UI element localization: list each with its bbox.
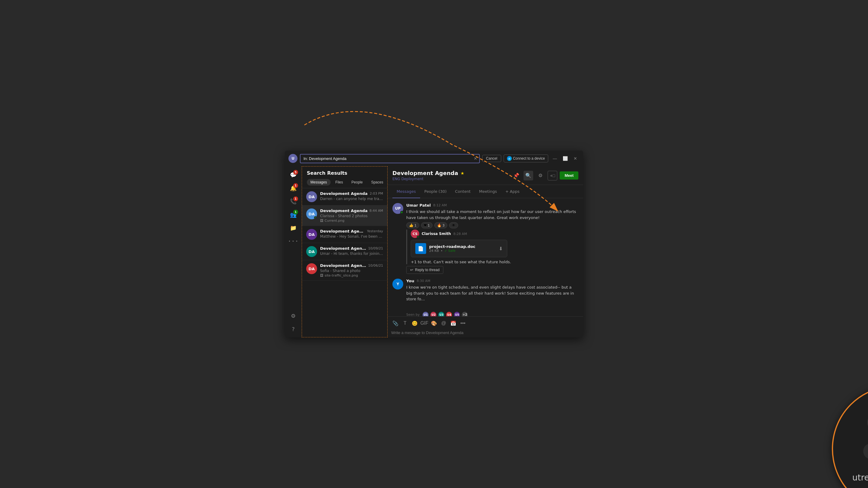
reply-to-thread-label: Reply to thread xyxy=(415,268,439,272)
list-item[interactable]: DA Development Agenda 10/06/21 Sofia - S… xyxy=(302,260,387,281)
cancel-button[interactable]: Cancel xyxy=(482,155,501,162)
filter-tab-spaces[interactable]: Spaces xyxy=(367,179,387,186)
reply-icon: ↩ xyxy=(410,268,413,272)
apps-label: Apps xyxy=(510,189,520,194)
list-item[interactable]: DA Development Agenda 8:44 AM Clarissa -… xyxy=(302,205,387,226)
close-button[interactable]: ✕ xyxy=(571,154,580,163)
sidebar-icons: 💬 5 🔔 1 📞 1 👥 1 📁 xyxy=(285,166,302,337)
zoom-pin-button[interactable] xyxy=(863,444,868,459)
sidebar-item-settings[interactable]: ⚙ xyxy=(287,310,299,322)
more-options-button[interactable]: ••• xyxy=(459,319,467,327)
connect-device-label: Connect to a device xyxy=(513,156,545,161)
filter-tab-messages[interactable]: Messages xyxy=(307,179,331,186)
result-name: Development Agenda xyxy=(320,229,365,233)
search-input[interactable] xyxy=(300,154,480,163)
title-bar-actions: Cancel e Connect to a device — ⬜ ✕ xyxy=(482,154,580,163)
plus-icon: + xyxy=(505,189,509,194)
sidebar-item-chat[interactable]: 💬 5 xyxy=(287,169,299,181)
meet-button[interactable]: Meet xyxy=(560,171,578,180)
text-format-button[interactable]: T xyxy=(401,319,409,327)
message-time: 8:12 AM xyxy=(433,203,447,207)
search-results-panel: Search Results Messages Files People Spa… xyxy=(302,166,388,337)
reply-sender-name: Clarissa Smith xyxy=(422,232,451,236)
reaction-heart[interactable]: ❤️ 1 xyxy=(421,222,433,228)
chat-subtitle[interactable]: ENG Deployment xyxy=(393,177,512,181)
sidebar-item-help[interactable]: ? xyxy=(287,323,299,335)
result-avatar: DA xyxy=(306,191,317,202)
gif-button[interactable]: GIF xyxy=(420,319,429,327)
people-badge: 1 xyxy=(293,210,298,215)
user-avatar[interactable]: U xyxy=(288,154,298,163)
tab-content[interactable]: Content xyxy=(451,185,475,198)
reaction-fire[interactable]: 🔥 3 xyxy=(434,222,447,228)
filter-tab-files[interactable]: Files xyxy=(332,179,347,186)
seen-avatar: U1 xyxy=(422,311,429,317)
search-messages-button[interactable]: 🔍 xyxy=(524,171,533,181)
result-info: Development Agenda 10/09/21 Umar - Hi te… xyxy=(320,246,383,256)
result-file: 🖼 site-traffic_slice.png xyxy=(320,273,383,278)
list-item[interactable]: DA Development Agenda Yesterday Matthew … xyxy=(302,226,387,243)
file-info: project-roadmap.doc 24 KB • ✓ Safe xyxy=(429,244,496,253)
result-info: Development Agenda Yesterday Matthew - H… xyxy=(320,229,383,238)
minimize-button[interactable]: — xyxy=(551,154,559,163)
reaction-thumbs-up[interactable]: 👍 1 xyxy=(406,222,419,228)
more-icon: • • • xyxy=(288,239,298,243)
file-icon: 🖼 xyxy=(320,219,323,223)
settings-icon: ⚙ xyxy=(291,313,296,319)
mention-button[interactable]: @ xyxy=(439,319,448,327)
tab-people[interactable]: People (30) xyxy=(420,185,451,198)
restore-button[interactable]: ⬜ xyxy=(561,154,569,163)
file-icon: 🖼 xyxy=(320,273,323,278)
result-info: Development Agenda 2:03 PM Darren - can … xyxy=(320,191,383,201)
result-preview: Umar - Hi team, thanks for joining our f… xyxy=(320,252,383,256)
messages-area[interactable]: UP Umar Patel 8:12 AM I think we should … xyxy=(388,198,583,316)
message-input[interactable] xyxy=(391,329,580,336)
zoom-callout: Meet xyxy=(832,386,868,488)
eye-emoji: 👁 xyxy=(452,223,456,227)
list-item[interactable]: DA Development Agenda 2:03 PM Darren - c… xyxy=(302,188,387,205)
file-name: Current.png xyxy=(324,219,344,223)
sidebar-item-files[interactable]: 📁 xyxy=(287,222,299,234)
message-item: UP Umar Patel 8:12 AM I think we should … xyxy=(393,203,578,274)
sticker-button[interactable]: 🎨 xyxy=(430,319,438,327)
search-results-title: Search Results xyxy=(307,170,382,176)
reaction-count: 1 xyxy=(414,224,416,227)
result-time: 10/06/21 xyxy=(368,264,383,267)
sidebar-item-more[interactable]: • • • xyxy=(287,235,299,247)
result-avatar: DA xyxy=(306,229,317,240)
search-clear-icon[interactable]: ✕ xyxy=(474,156,477,161)
result-header: Development Agenda 10/09/21 xyxy=(320,246,383,251)
result-name: Development Agenda xyxy=(320,246,367,251)
file-download-button[interactable]: ⬇ xyxy=(499,246,503,252)
window-controls: — ⬜ ✕ xyxy=(551,154,580,163)
connect-device-button[interactable]: e Connect to a device xyxy=(504,155,548,162)
tab-apps[interactable]: + Apps xyxy=(501,185,524,198)
tab-meetings[interactable]: Meetings xyxy=(475,185,501,198)
schedule-button[interactable]: 📅 xyxy=(449,319,458,327)
star-icon[interactable]: ★ xyxy=(461,171,464,175)
tab-messages[interactable]: Messages xyxy=(393,185,420,198)
reply-text: +1 to that. Can't wait to see what the f… xyxy=(411,260,578,264)
safe-label: Safe xyxy=(448,249,456,253)
chat-title-area: Development Agenda ★ ENG Deployment xyxy=(393,170,512,181)
settings-button[interactable]: ⚙ xyxy=(535,171,545,181)
reply-avatar: CS xyxy=(411,230,419,238)
add-capture-button[interactable]: +□ xyxy=(548,171,557,181)
sidebar-item-calls[interactable]: 📞 1 xyxy=(287,195,299,207)
list-item[interactable]: DA Development Agenda 10/09/21 Umar - Hi… xyxy=(302,243,387,260)
seen-by-label: Seen by xyxy=(406,313,420,316)
sidebar-item-activity[interactable]: 🔔 1 xyxy=(287,182,299,194)
notification-pin-button[interactable]: 📌 xyxy=(512,171,521,181)
status-dot xyxy=(314,216,317,219)
seen-by-row: Seen by U1 U2 U3 U4 U5 +2 xyxy=(393,311,578,317)
message-time: 8:30 AM xyxy=(416,279,430,283)
filter-tab-people[interactable]: People xyxy=(348,179,366,186)
attach-button[interactable]: 📎 xyxy=(391,319,400,327)
reaction-eye[interactable]: 👁 xyxy=(449,222,458,228)
reply-to-thread-button[interactable]: ↩ Reply to thread xyxy=(406,266,443,274)
sidebar-item-people[interactable]: 👥 1 xyxy=(287,208,299,221)
emoji-button[interactable]: 😊 xyxy=(410,319,419,327)
activity-badge: 1 xyxy=(293,183,298,188)
search-results-header: Search Results Messages Files People Spa… xyxy=(302,167,387,188)
app-window: U ✕ Cancel e Connect to a device — ⬜ ✕ xyxy=(285,151,583,337)
